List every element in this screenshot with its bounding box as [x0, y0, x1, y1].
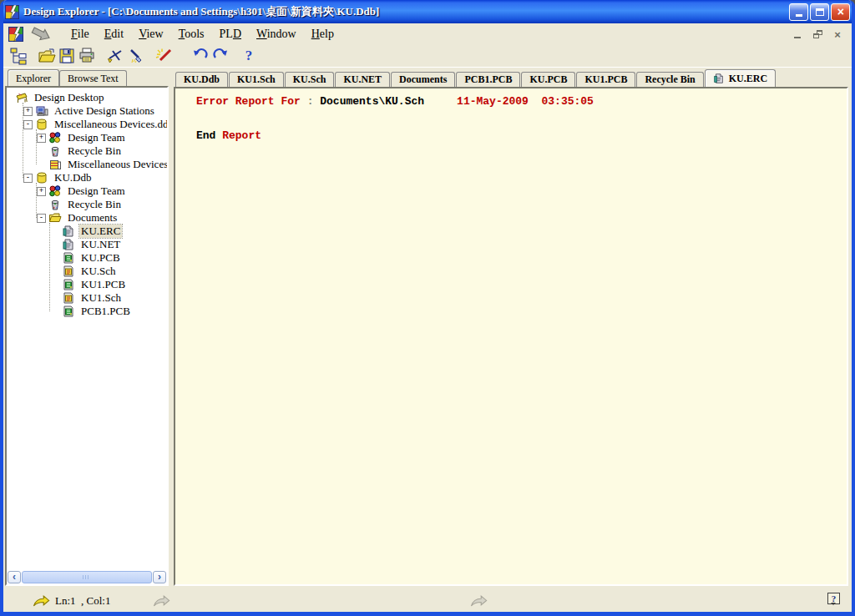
doc-tab-pcb1-pcb[interactable]: PCB1.PCB — [456, 72, 520, 87]
scroll-left-button[interactable]: ‹ — [8, 571, 21, 583]
pulldown-arrow-icon[interactable] — [28, 27, 57, 42]
status-arrow-icon-disabled — [469, 595, 488, 608]
tree-item-miscellaneous-devices-lib[interactable]: Miscellaneous Devices.lib — [12, 158, 167, 171]
report-footer: End Report — [196, 130, 840, 142]
scroll-right-button[interactable]: › — [153, 571, 166, 583]
status-bar: Ln:1 , Col:1 ? — [3, 590, 852, 612]
tree-item-ku-erc[interactable]: KU.ERC — [12, 225, 167, 238]
paste-button[interactable] — [125, 46, 145, 66]
doc-tab-ku-ddb[interactable]: KU.Ddb — [175, 72, 228, 87]
question-mark-icon: ? — [245, 48, 253, 64]
save-button[interactable] — [57, 46, 77, 66]
tree-connector — [36, 183, 37, 218]
tree-item-ku-pcb[interactable]: KU.PCB — [12, 251, 167, 265]
app-icon — [5, 5, 19, 19]
expand-icon[interactable]: + — [23, 107, 33, 116]
erc-report-editor[interactable]: Error Report For : Documents\KU.Sch 11-M… — [174, 87, 848, 586]
tree-item-ku1-pcb[interactable]: KU1.PCB — [12, 278, 167, 291]
tree-connector — [49, 223, 50, 311]
doc-tab-ku-net[interactable]: KU.NET — [335, 72, 390, 87]
cursor-position-arrow-icon — [32, 595, 50, 608]
window-title: Design Explorer - [C:\Documents and Sett… — [23, 4, 787, 19]
scrollbar-thumb[interactable] — [22, 571, 152, 583]
minimize-button[interactable] — [789, 3, 808, 21]
mdi-window-controls: × — [790, 28, 848, 41]
wizard-button[interactable] — [154, 46, 174, 66]
menu-pld[interactable]: PLD — [212, 26, 249, 43]
tree-item-documents[interactable]: - Documents — [12, 211, 167, 225]
scrollbar-track[interactable] — [22, 571, 152, 583]
menu-file[interactable]: File — [63, 26, 97, 43]
redo-button[interactable] — [210, 46, 230, 66]
maximize-icon — [816, 8, 824, 16]
undo-button[interactable] — [190, 46, 210, 66]
team-icon — [48, 131, 63, 144]
minimize-icon — [796, 14, 802, 17]
panel-tabs: Explorer Browse Text — [5, 69, 169, 86]
print-button[interactable] — [77, 46, 97, 66]
close-icon: × — [837, 6, 843, 18]
design-manager-toggle-button[interactable] — [8, 46, 28, 66]
workstation-icon — [35, 104, 49, 118]
tree-item-recycle-bin[interactable]: Recycle Bin — [12, 198, 167, 211]
schematic-document-icon — [62, 265, 76, 278]
tree-item-design-team[interactable]: + Design Team — [12, 131, 167, 144]
report-document-path: Documents\KU.Sch — [320, 95, 424, 108]
pcb-document-icon — [62, 251, 76, 265]
tab-browse-text[interactable]: Browse Text — [59, 70, 127, 86]
help-button[interactable]: ? — [239, 46, 259, 66]
tab-explorer[interactable]: Explorer — [8, 69, 59, 86]
menu-edit[interactable]: Edit — [97, 26, 131, 43]
schematic-document-icon — [62, 291, 76, 305]
tree-item-ku-net[interactable]: KU.NET — [12, 238, 167, 251]
mdi-close-button[interactable]: × — [830, 28, 845, 41]
tree-item-design-desktop[interactable]: Design Desktop — [12, 91, 167, 104]
tree-item-ku-ddb[interactable]: - KU.Ddb — [12, 171, 167, 184]
menu-help[interactable]: Help — [304, 26, 341, 43]
doc-tab-documents[interactable]: Documents — [391, 72, 455, 87]
cut-button[interactable] — [105, 46, 125, 66]
design-explorer-window: Design Explorer - [C:\Documents and Sett… — [0, 0, 855, 616]
doc-tab-recycle-bin[interactable]: Recycle Bin — [636, 72, 703, 87]
pcb-document-icon — [62, 305, 76, 318]
tree-item-active-design-stations[interactable]: + Active Design Stations — [12, 104, 167, 118]
menu-tools[interactable]: Tools — [171, 26, 212, 43]
tree-box: Design Desktop + Active Design Stations … — [5, 86, 169, 586]
close-button[interactable]: × — [831, 3, 850, 21]
expand-icon[interactable]: + — [37, 134, 46, 143]
maximize-button[interactable] — [810, 3, 829, 21]
horizontal-scrollbar[interactable]: ‹ › — [7, 570, 167, 584]
tree-item-ku-sch[interactable]: KU.Sch — [12, 265, 167, 278]
toolbar: ? — [3, 45, 852, 68]
doc-tab-ku-erc-active[interactable]: KU.ERC — [705, 69, 776, 87]
mdi-restore-button[interactable] — [810, 28, 825, 41]
title-bar[interactable]: Design Explorer - [C:\Documents and Sett… — [0, 0, 855, 23]
tree-item-ku1-sch[interactable]: KU1.Sch — [12, 291, 167, 305]
collapse-icon[interactable]: - — [23, 174, 33, 183]
doc-tab-ku1-sch[interactable]: KU1.Sch — [229, 72, 284, 87]
expand-icon[interactable]: + — [37, 187, 46, 196]
menu-view[interactable]: View — [131, 26, 171, 43]
doc-tab-ku-sch[interactable]: KU.Sch — [285, 72, 335, 87]
context-help-button[interactable]: ? — [827, 593, 840, 604]
doc-tab-ku1-pcb[interactable]: KU1.PCB — [576, 72, 635, 87]
tree-item-design-team[interactable]: + Design Team — [12, 184, 167, 198]
collapse-icon[interactable]: - — [37, 214, 46, 223]
tree-item-recycle-bin[interactable]: Recycle Bin — [12, 144, 167, 158]
text-document-icon — [62, 225, 76, 238]
tree-connector — [23, 103, 23, 178]
mdi-minimize-button[interactable] — [790, 28, 805, 41]
system-menu-icon[interactable] — [8, 27, 23, 42]
collapse-icon[interactable]: - — [23, 120, 33, 129]
menu-window[interactable]: Window — [249, 26, 304, 43]
doc-tab-ku-pcb[interactable]: KU.PCB — [521, 72, 575, 87]
recycle-bin-icon — [48, 144, 63, 158]
explorer-panel: Explorer Browse Text Design Desktop + — [5, 69, 169, 586]
tree-item-pcb1-pcb[interactable]: PCB1.PCB — [12, 305, 167, 318]
folder-icon — [48, 211, 63, 225]
tree-item-miscellaneous-devices-ddb[interactable]: - Miscellaneous Devices.ddb — [12, 118, 167, 131]
erc-document-icon — [713, 73, 726, 84]
pcb-document-icon — [62, 278, 76, 291]
text-document-icon — [62, 238, 76, 251]
open-document-button[interactable] — [37, 46, 57, 66]
